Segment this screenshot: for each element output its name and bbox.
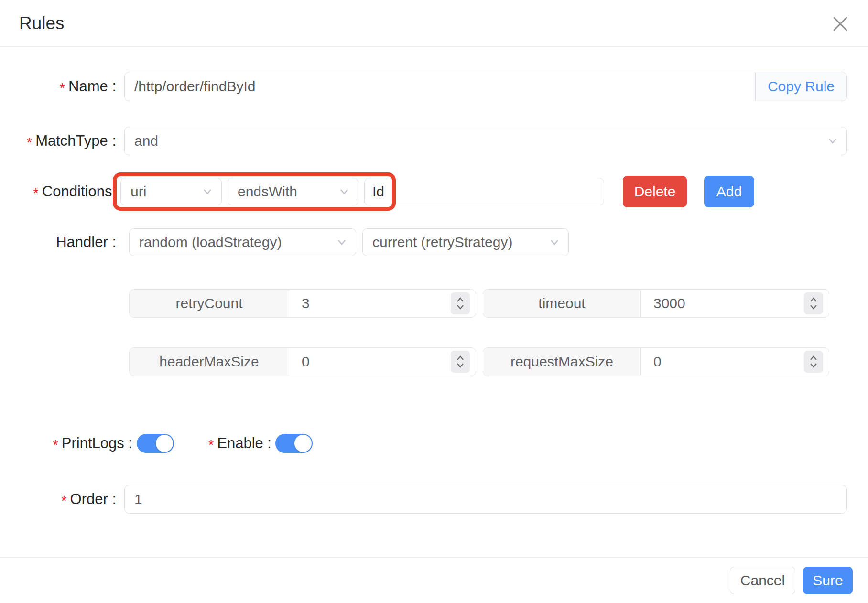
load-strategy-select[interactable]: random (loadStrategy) [129,228,356,256]
required-marker: * [208,437,214,453]
param-timeout: timeout 3000 [483,289,829,318]
number-stepper[interactable] [804,351,823,373]
number-stepper[interactable] [804,292,823,314]
cancel-button[interactable]: Cancel [730,567,795,594]
number-stepper[interactable] [451,292,470,314]
param-row-2: headerMaxSize 0 requestMaxSize 0 [0,347,868,376]
close-button[interactable] [827,11,854,37]
required-marker: * [60,80,65,96]
param-headermaxsize: headerMaxSize 0 [129,347,476,376]
dialog-title: Rules [19,0,65,46]
param-label: headerMaxSize [130,348,289,376]
param-headermaxsize-input[interactable]: 0 [289,348,476,376]
sure-button[interactable]: Sure [803,567,853,594]
printlogs-label: * PrintLogs : [0,432,132,454]
stepper-arrows-icon [454,355,467,369]
param-retrycount-input[interactable]: 3 [289,290,476,317]
param-requestmaxsize: requestMaxSize 0 [483,347,829,376]
stepper-arrows-icon [454,296,467,311]
dialog-header: Rules [0,0,868,47]
name-label: * Name : [0,72,116,101]
name-row: * Name : /http/order/findById Copy Rule [0,72,868,101]
conditions-label: * Conditions: [0,172,116,211]
handler-row: Handler : random (loadStrategy) current … [0,228,868,256]
chevron-down-icon [547,235,562,249]
param-retrycount: retryCount 3 [129,289,476,318]
condition-key-select[interactable]: uri [120,178,222,205]
handler-label: Handler : [0,228,116,256]
stepper-arrows-icon [807,296,820,311]
param-row-1: retryCount 3 timeout 3000 [0,289,868,318]
printlogs-toggle[interactable] [137,434,174,453]
delete-condition-button[interactable]: Delete [623,176,687,207]
matchtype-label: * MatchType : [0,127,116,155]
required-marker: * [61,493,66,509]
number-stepper[interactable] [451,351,470,373]
toggles-row: * PrintLogs : * Enable : [0,432,868,454]
name-input-group: /http/order/findById Copy Rule [124,72,847,101]
close-icon [832,15,849,32]
toggle-knob [156,435,173,452]
matchtype-select[interactable]: and [124,127,847,155]
order-label: * Order : [0,485,116,514]
retry-strategy-select[interactable]: current (retryStrategy) [362,228,569,256]
chevron-down-icon [337,184,351,199]
param-timeout-input[interactable]: 3000 [641,290,829,317]
param-label: timeout [483,290,641,317]
copy-rule-button[interactable]: Copy Rule [755,72,846,101]
param-requestmaxsize-input[interactable]: 0 [641,348,829,376]
chevron-down-icon [335,235,349,249]
param-label: retryCount [130,290,289,317]
chevron-down-icon [825,134,840,148]
condition-operator-select[interactable]: endsWith [228,178,358,205]
param-label: requestMaxSize [483,348,641,376]
chevron-down-icon [200,184,215,199]
enable-toggle[interactable] [275,434,313,453]
toggle-knob [294,435,312,452]
enable-label: * Enable : [177,432,271,454]
footer-divider [0,557,868,558]
conditions-row: * Conditions: uri endsWith Id Delete Add [0,172,868,211]
name-input[interactable]: /http/order/findById [125,72,755,101]
order-input[interactable]: 1 [124,485,847,514]
condition-value-input[interactable]: Id [364,178,604,205]
order-row: * Order : 1 [0,485,868,514]
required-marker: * [53,437,58,453]
required-marker: * [27,135,32,151]
matchtype-row: * MatchType : and [0,127,868,155]
add-condition-button[interactable]: Add [704,176,754,207]
stepper-arrows-icon [807,355,820,369]
required-marker: * [33,185,39,201]
